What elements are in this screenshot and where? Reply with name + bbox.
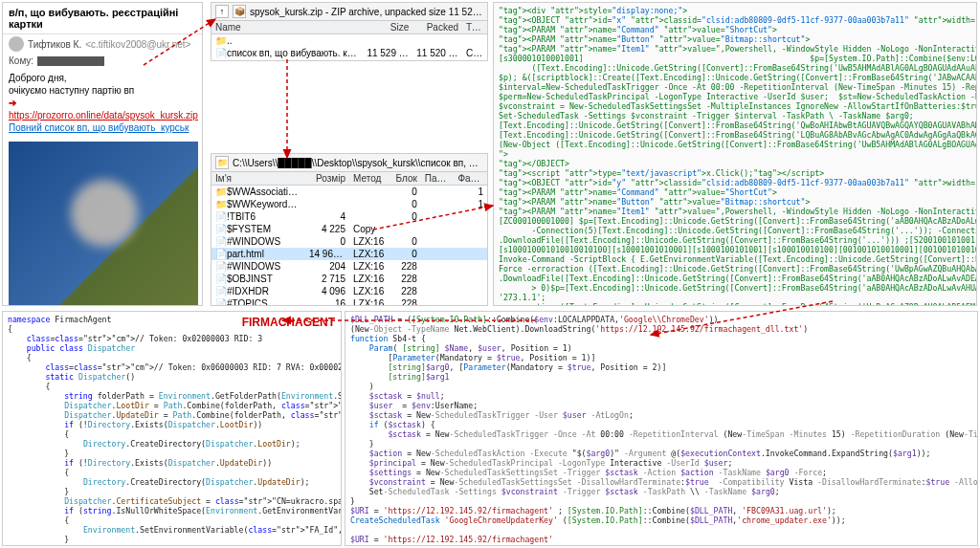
file-icon: 📄: [215, 236, 227, 247]
zip-path: spysok_kursk.zip - ZIP archive, unpacked…: [250, 7, 483, 17]
table-row[interactable]: 📄!TBIT640: [212, 210, 487, 223]
redacted-recipient: [37, 56, 104, 66]
col-name[interactable]: Name: [212, 21, 363, 34]
table-row[interactable]: 📁$WWKeywordLinks01: [212, 198, 487, 210]
avatar-icon: [9, 36, 24, 52]
table-row[interactable]: 📄$FYSTEM4 225Copy: [212, 223, 487, 235]
zip-toolbar: ↑ 📦 spysok_kursk.zip - ZIP archive, unpa…: [212, 3, 487, 21]
zip-file-table: Name Size Packed Type 📁..📄список вп, що …: [212, 21, 487, 59]
powershell-panel: $DLL_PATH = ([System.IO.Path]::Combine($…: [345, 311, 978, 546]
body-line-2: очікуємо наступну партію вп: [9, 84, 196, 97]
file-icon: 📄: [215, 261, 227, 272]
email-from: Тифтиков К. <c.tiftikov2008@ukr.net>: [3, 34, 202, 54]
chm-header-row: Ім'я Розмір Метод Блок Папок Файлів: [212, 172, 487, 186]
file-icon: 📄: [215, 224, 227, 234]
arrow-icon: ➔: [9, 98, 16, 108]
zip-panel: ↑ 📦 spysok_kursk.zip - ZIP archive, unpa…: [211, 2, 488, 61]
table-row[interactable]: 📄#TOPICS16LZX:16228: [212, 297, 487, 306]
file-icon: 📄: [215, 274, 227, 284]
table-row[interactable]: 📄список вп, що вибувають. курск.chm11 52…: [212, 47, 487, 59]
zip-header-row: Name Size Packed Type: [212, 21, 487, 34]
email-to: Кому:: [3, 54, 202, 68]
up-icon[interactable]: ↑: [215, 5, 229, 18]
file-icon: 📄: [215, 211, 227, 222]
col-name[interactable]: Ім'я: [212, 172, 305, 186]
firmachagent-badge: FIRMACHAGENT: [242, 316, 335, 329]
file-icon: 📁: [215, 35, 227, 46]
col-method[interactable]: Метод: [349, 172, 388, 186]
col-block[interactable]: Блок: [388, 172, 421, 186]
folder-icon[interactable]: 📁: [215, 156, 229, 169]
table-row[interactable]: 📄#WINDOWS204LZX:16228: [212, 260, 487, 273]
col-size[interactable]: Size: [363, 21, 412, 34]
email-body: Доброго дня, очікуємо наступну партію вп…: [3, 68, 202, 138]
col-files[interactable]: Файлів: [454, 172, 487, 186]
to-label: Кому:: [9, 55, 33, 66]
folder-icon[interactable]: 📦: [233, 5, 246, 18]
table-row[interactable]: 📄#IDXHDR4 096LZX:16228: [212, 285, 487, 297]
file-icon: 📄: [215, 298, 227, 306]
col-packed[interactable]: Packed: [412, 21, 462, 34]
embedded-photo: [9, 142, 198, 306]
col-type[interactable]: Type: [462, 21, 487, 34]
from-name: Тифтиков К.: [28, 39, 81, 50]
table-row[interactable]: 📁..: [212, 34, 487, 48]
file-icon: 📄: [215, 249, 227, 259]
from-addr: <c.tiftikov2008@ukr.net>: [85, 39, 190, 50]
html-source-panel: "tag"><div "attr">style="display:none;">…: [493, 2, 977, 306]
chm-path: C:\\Users\\█████\\Desktop\\spysok_kursk\…: [233, 158, 483, 168]
file-icon: 📁: [215, 199, 227, 209]
file-icon: 📄: [215, 48, 227, 58]
file-icon: 📁: [215, 186, 227, 197]
chm-toolbar: 📁 C:\\Users\\█████\\Desktop\\spysok_kurs…: [212, 154, 487, 172]
table-row[interactable]: 📄#WINDOWS0LZX:160: [212, 235, 487, 248]
malicious-link[interactable]: https://prozorro.online/data/spysok_kurs…: [9, 110, 198, 121]
csharp-panel: FIRMACHAGENT namespace FirmachAgent { cl…: [2, 311, 342, 546]
col-folders[interactable]: Папок: [421, 172, 455, 186]
chm-panel: 📁 C:\\Users\\█████\\Desktop\\spysok_kurs…: [211, 153, 488, 306]
email-subject: в/п, що вибувають. реєстраційні картки: [3, 3, 202, 34]
email-attachment-link[interactable]: Повний список вп, що вибувають_курськ: [9, 122, 189, 133]
powershell-source-code: $DLL_PATH = ([System.IO.Path]::Combine($…: [345, 312, 977, 546]
chm-file-table: Ім'я Розмір Метод Блок Папок Файлів 📁$WW…: [212, 172, 487, 306]
csharp-source-code: namespace FirmachAgent { class=class="st…: [3, 312, 341, 546]
table-row[interactable]: 📄$OBJINST2 715LZX:16228: [212, 273, 487, 285]
email-panel: в/п, що вибувають. реєстраційні картки Т…: [2, 2, 203, 306]
table-row[interactable]: 📁$WWAssociativeLinks01: [212, 186, 487, 199]
html-source-code: "tag"><div "attr">style="display:none;">…: [494, 3, 976, 306]
body-line-1: Доброго дня,: [9, 72, 196, 84]
table-row[interactable]: 📄part.html14 969 972LZX:160: [212, 248, 487, 260]
file-icon: 📄: [215, 286, 227, 296]
col-size[interactable]: Розмір: [305, 172, 349, 186]
